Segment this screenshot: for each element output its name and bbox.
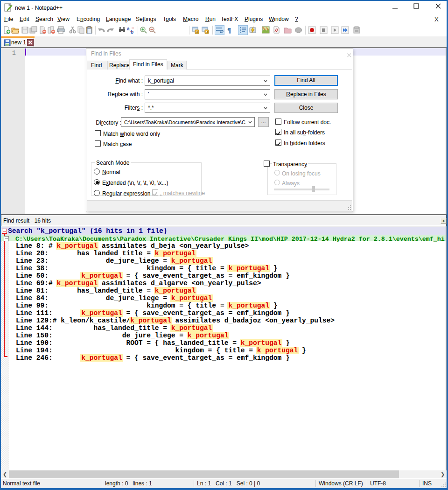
svg-text:a: a: [127, 26, 130, 31]
svg-text:¶: ¶: [227, 27, 231, 34]
